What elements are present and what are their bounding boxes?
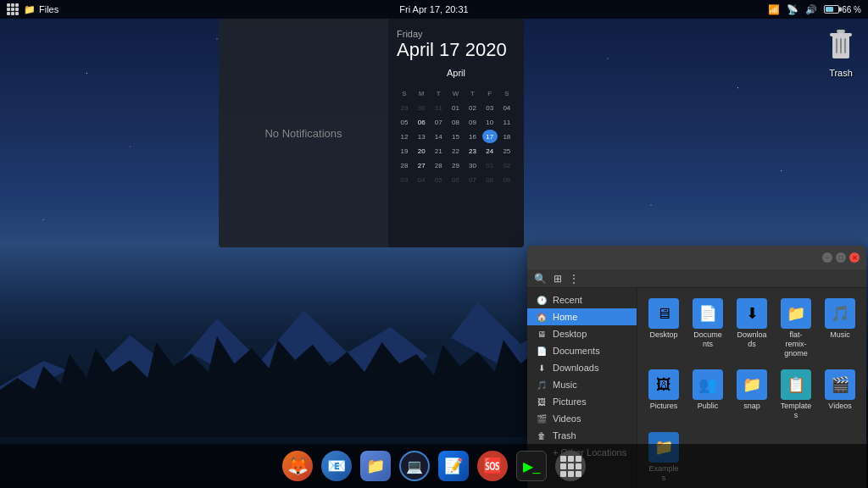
- minimize-button[interactable]: －: [822, 252, 832, 263]
- dock-firefox[interactable]: 🦊: [281, 449, 314, 483]
- file-item-icon: 📄: [693, 298, 723, 329]
- sidebar-item-label: Trash: [553, 430, 576, 441]
- file-item-snap[interactable]: 📁 snap: [732, 366, 771, 424]
- file-item-downloads[interactable]: ⬇ Downloads: [732, 295, 771, 361]
- notification-panel: No Notifications Friday April 17 2020 Ap…: [219, 19, 524, 247]
- sidebar-item-trash[interactable]: 🗑Trash: [527, 427, 637, 444]
- sidebar-item-label: Desktop: [553, 329, 587, 339]
- menu-icon[interactable]: ⋮: [567, 271, 581, 286]
- file-item-icon: 📁: [781, 298, 811, 329]
- sidebar-item-music[interactable]: 🎵Music: [527, 376, 637, 393]
- trash-label: Trash: [829, 68, 853, 78]
- file-item-icon: 🖼: [648, 369, 679, 400]
- search-icon[interactable]: 🔍: [532, 271, 548, 286]
- volume-icon[interactable]: 🔊: [805, 4, 817, 15]
- dock-text-editor[interactable]: 📝: [437, 449, 470, 483]
- disk-usage-icon: 🆘: [477, 451, 508, 481]
- svg-rect-1: [836, 38, 837, 53]
- taskbar-right: 📶 📡 🔊 66 %: [768, 4, 861, 15]
- trash-icon: [821, 24, 861, 64]
- file-item-public[interactable]: 👥 Public: [688, 366, 727, 424]
- sidebar-item-recent[interactable]: 🕐Recent: [527, 291, 637, 308]
- dock-thunderbird[interactable]: 📧: [320, 449, 353, 483]
- window-controls: － □ ✕: [822, 252, 860, 263]
- file-manager-toolbar: 🔍 ⊞ ⋮: [527, 269, 866, 288]
- dock-files[interactable]: 📁: [359, 449, 392, 483]
- calendar-date: April 17 2020: [397, 39, 515, 61]
- file-item-documents[interactable]: 📄 Documents: [688, 295, 727, 361]
- network-icon[interactable]: 📶: [768, 4, 780, 15]
- file-item-desktop[interactable]: 🖥 Desktop: [644, 295, 683, 361]
- calendar-month-label: April: [397, 68, 515, 78]
- sidebar-item-label: Home: [553, 312, 577, 322]
- sidebar-item-label: Documents: [553, 346, 600, 356]
- sidebar-item-label: Music: [553, 380, 577, 390]
- file-item-videos[interactable]: 🎬 Videos: [821, 366, 860, 424]
- taskbar-datetime[interactable]: Fri Apr 17, 20:31: [399, 4, 468, 14]
- apps-grid-icon[interactable]: [7, 3, 19, 15]
- svg-rect-4: [830, 33, 852, 36]
- sidebar-icon: 🎵: [536, 380, 548, 390]
- terminal-icon: ▶_: [516, 451, 547, 481]
- sidebar-item-label: Recent: [553, 295, 582, 305]
- file-item-label: Templates: [780, 402, 812, 420]
- trash-svg: [826, 26, 856, 62]
- sidebar-icon: 📄: [536, 347, 548, 356]
- file-item-templates[interactable]: 📋 Templates: [776, 366, 815, 424]
- file-item-label: Downloads: [736, 330, 768, 349]
- sidebar-icon: 🏠: [536, 313, 548, 322]
- dock-disk-usage[interactable]: 🆘: [476, 449, 509, 483]
- taskbar-top: 📁 Files Fri Apr 17, 20:31 📶 📡 🔊 66 %: [0, 0, 868, 19]
- battery-body: [824, 5, 839, 14]
- files-app-label: 📁 Files: [24, 4, 58, 15]
- taskbar-left: 📁 Files: [7, 3, 58, 15]
- sidebar-icon: ⬇: [536, 363, 548, 373]
- file-item-music[interactable]: 🎵 Music: [821, 295, 860, 361]
- svg-rect-3: [844, 38, 846, 53]
- dock-app-grid[interactable]: [554, 449, 587, 483]
- calendar-header: Friday April 17 2020: [397, 29, 515, 61]
- sidebar-item-label: Pictures: [553, 396, 587, 407]
- sidebar-item-pictures[interactable]: 🖼Pictures: [527, 393, 637, 410]
- sidebar-item-label: Videos: [553, 413, 581, 424]
- sidebar-item-label: Downloads: [553, 363, 598, 373]
- sidebar-item-downloads[interactable]: ⬇Downloads: [527, 359, 637, 376]
- no-notifications-text: No Notifications: [264, 127, 342, 140]
- trash-desktop-icon[interactable]: Trash: [821, 24, 861, 78]
- file-item-flat-remix-gnome[interactable]: 📁 flat-remix-gnome: [776, 295, 815, 361]
- file-item-icon: 🎬: [825, 369, 855, 400]
- thunderbird-icon: 📧: [321, 451, 352, 481]
- file-item-label: Music: [830, 330, 850, 340]
- sidebar-icon: 🕐: [536, 296, 548, 305]
- wifi-icon[interactable]: 📡: [787, 4, 798, 15]
- dock-virtualbox[interactable]: 💻: [398, 449, 431, 483]
- sidebar-item-videos[interactable]: 🎬Videos: [527, 410, 637, 427]
- file-item-icon: 📁: [737, 369, 767, 400]
- file-item-label: snap: [743, 402, 760, 411]
- calendar-day-name: Friday: [397, 29, 515, 39]
- file-item-pictures[interactable]: 🖼 Pictures: [644, 366, 683, 424]
- battery-indicator: 66 %: [824, 5, 861, 14]
- file-item-icon: 🎵: [825, 298, 855, 329]
- view-toggle-icon[interactable]: ⊞: [552, 271, 564, 286]
- sidebar-item-documents[interactable]: 📄Documents: [527, 342, 637, 359]
- file-manager-titlebar: － □ ✕: [527, 246, 866, 269]
- sidebar-item-desktop[interactable]: 🖥Desktop: [527, 325, 637, 342]
- calendar-grid: SMTWTFS293031010203040506070809101112131…: [397, 86, 515, 186]
- sidebar-icon: 🖥: [536, 330, 548, 339]
- virtualbox-icon: 💻: [399, 451, 430, 481]
- file-item-label: flat-remix-gnome: [780, 330, 812, 358]
- file-item-icon: 🖥: [648, 298, 679, 329]
- sidebar-item-home[interactable]: 🏠Home: [527, 308, 637, 325]
- file-item-label: Documents: [692, 330, 724, 349]
- file-item-label: Public: [698, 402, 719, 411]
- text-editor-icon: 📝: [438, 451, 469, 481]
- calendar-panel: Friday April 17 2020 April SMTWTFS293031…: [388, 19, 524, 247]
- files-icon: 📁: [360, 451, 391, 481]
- notifications-section: No Notifications: [219, 19, 388, 247]
- dock-terminal[interactable]: ▶_: [515, 449, 548, 483]
- close-button[interactable]: ✕: [849, 252, 860, 263]
- file-item-label: Pictures: [650, 402, 678, 411]
- maximize-button[interactable]: □: [836, 252, 846, 263]
- dock-bottom: 🦊 📧 📁 💻 📝 🆘 ▶_: [0, 444, 868, 488]
